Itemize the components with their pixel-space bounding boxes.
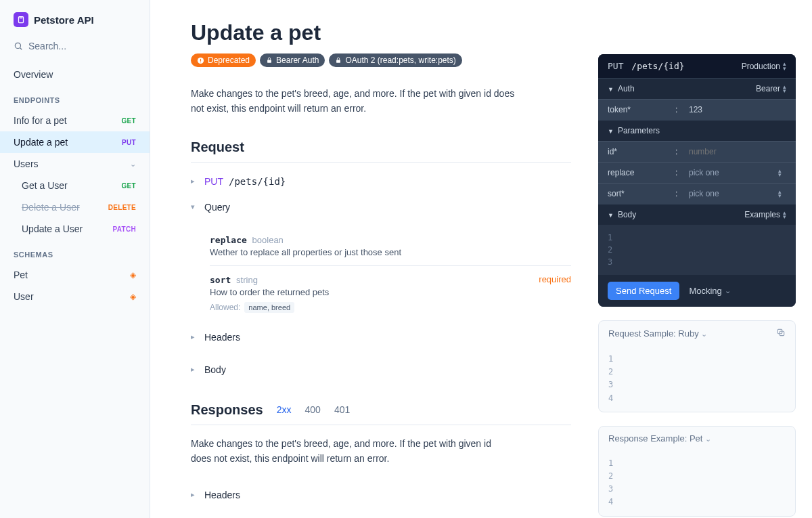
- response-code: 1 2 3 4: [599, 450, 795, 516]
- schema-user[interactable]: User ◈: [0, 286, 150, 307]
- environment-select[interactable]: Production ▴▾: [742, 62, 786, 71]
- nav: Overview ENDPOINTS Info for a pet GET Up…: [0, 61, 150, 310]
- page-title: Update a pet: [191, 20, 571, 45]
- nav-info-pet[interactable]: Info for a pet GET: [0, 110, 150, 131]
- brand-icon: [14, 12, 28, 27]
- try-panel: PUT /pets/{id} Production ▴▾ ▼Auth Beare…: [598, 54, 796, 307]
- caret-down-icon: ▼: [608, 128, 614, 135]
- query-toggle[interactable]: ▾ Query: [191, 191, 571, 223]
- tag-bearer: Bearer Auth: [260, 53, 325, 67]
- headers-toggle[interactable]: ▸ Headers: [191, 321, 571, 353]
- response-select[interactable]: Response Example: Pet ⌄: [608, 433, 711, 444]
- tab-2xx[interactable]: 2xx: [277, 404, 292, 415]
- svg-rect-4: [337, 60, 341, 63]
- search[interactable]: Search...: [0, 35, 150, 61]
- search-icon: [14, 41, 23, 51]
- nav-update-pet[interactable]: Update a pet PUT: [0, 131, 150, 153]
- request-sample-panel: Request Sample: Ruby ⌄ 1 2 3 4: [598, 320, 796, 412]
- sidebar: Petstore API Search... Overview ENDPOINT…: [0, 0, 150, 518]
- sort-icon: ▴▾: [783, 211, 786, 219]
- panel-header: PUT /pets/{id} Production ▴▾: [598, 54, 796, 78]
- caret-right-icon: ▸: [191, 332, 199, 341]
- caret-down-icon: ▼: [608, 86, 614, 93]
- id-row: id*:: [598, 141, 796, 162]
- caret-right-icon: ▸: [191, 490, 199, 499]
- nav-update-user[interactable]: Update a User PATCH: [0, 218, 150, 240]
- caret-right-icon: ▸: [191, 365, 199, 374]
- description: Make changes to the pet's breed, age, an…: [191, 86, 522, 116]
- copy-icon[interactable]: [776, 328, 786, 339]
- sample-select[interactable]: Request Sample: Ruby ⌄: [608, 328, 707, 339]
- replace-select[interactable]: pick one: [689, 168, 771, 177]
- chevron-down-icon: ⌄: [725, 286, 731, 295]
- response-desc: Make changes to the pet's breed, age, an…: [191, 436, 502, 467]
- id-input[interactable]: [689, 147, 771, 156]
- caret-down-icon: ▼: [608, 212, 614, 219]
- cube-icon: ◈: [130, 270, 136, 280]
- request-heading: Request: [191, 139, 571, 163]
- chevron-down-icon: ⌄: [701, 330, 707, 338]
- schema-pet[interactable]: Pet ◈: [0, 264, 150, 286]
- svg-point-1: [15, 43, 20, 48]
- search-placeholder: Search...: [28, 41, 66, 51]
- nav-delete-user[interactable]: Delete a User DELETE: [0, 196, 150, 218]
- brand[interactable]: Petstore API: [0, 0, 150, 35]
- endpoint-row[interactable]: ▸ PUT /pets/{id}: [191, 172, 571, 191]
- tag-oauth: OAuth 2 (read:pets, write:pets): [329, 53, 461, 67]
- param-sort: sort string required How to order the re…: [210, 265, 571, 321]
- sort-icon: ▴▾: [778, 190, 786, 198]
- auth-toggle[interactable]: ▼Auth Bearer▴▾: [598, 78, 796, 99]
- nav-get-user[interactable]: Get a User GET: [0, 175, 150, 196]
- tag-deprecated: Deprecated: [191, 53, 256, 67]
- body-editor[interactable]: 1 2 3: [598, 225, 796, 275]
- tab-401[interactable]: 401: [334, 404, 350, 415]
- lock-icon: [335, 57, 342, 64]
- tab-400[interactable]: 400: [305, 404, 321, 415]
- sample-code: 1 2 3 4: [599, 346, 795, 412]
- body-panel-toggle[interactable]: ▼Body Examples▴▾: [598, 204, 796, 225]
- token-input[interactable]: [689, 105, 771, 114]
- chevron-down-icon: ⌄: [705, 435, 711, 443]
- sort-icon: ▴▾: [778, 169, 786, 177]
- token-row: token* :: [598, 99, 796, 120]
- responses-heading: Responses: [191, 402, 263, 418]
- send-request-button[interactable]: Send Request: [608, 282, 679, 300]
- schemas-heading: SCHEMAS: [0, 240, 150, 264]
- response-example-panel: Response Example: Pet ⌄ 1 2 3 4: [598, 426, 796, 517]
- sort-icon: ▴▾: [783, 85, 786, 93]
- svg-rect-3: [267, 60, 271, 63]
- nav-users[interactable]: Users ⌄: [0, 153, 150, 175]
- replace-row: replace: pick one ▴▾: [598, 162, 796, 183]
- nav-overview[interactable]: Overview: [0, 64, 150, 85]
- param-replace: replace boolean Wether to replace all pr…: [210, 226, 571, 265]
- warning-icon: [197, 57, 204, 64]
- sort-icon: ▴▾: [783, 62, 786, 70]
- params-toggle[interactable]: ▼Parameters: [598, 120, 796, 141]
- body-toggle[interactable]: ▸ Body: [191, 353, 571, 386]
- resp-headers-toggle[interactable]: ▸ Headers: [191, 479, 571, 511]
- caret-down-icon: ▾: [191, 202, 199, 211]
- chevron-down-icon: ⌄: [130, 160, 136, 169]
- caret-right-icon: ▸: [191, 177, 199, 186]
- endpoints-heading: ENDPOINTS: [0, 85, 150, 110]
- cube-icon: ◈: [130, 292, 136, 301]
- mocking-select[interactable]: Mocking ⌄: [689, 286, 730, 296]
- lock-icon: [266, 57, 273, 64]
- sort-select[interactable]: pick one: [689, 189, 771, 198]
- try-panel-column: PUT /pets/{id} Production ▴▾ ▼Auth Beare…: [598, 0, 812, 518]
- svg-rect-0: [19, 17, 24, 23]
- sort-row: sort*: pick one ▴▾: [598, 183, 796, 204]
- content: Update a pet Deprecated Bearer Auth OAut…: [150, 0, 598, 518]
- brand-name: Petstore API: [34, 14, 94, 26]
